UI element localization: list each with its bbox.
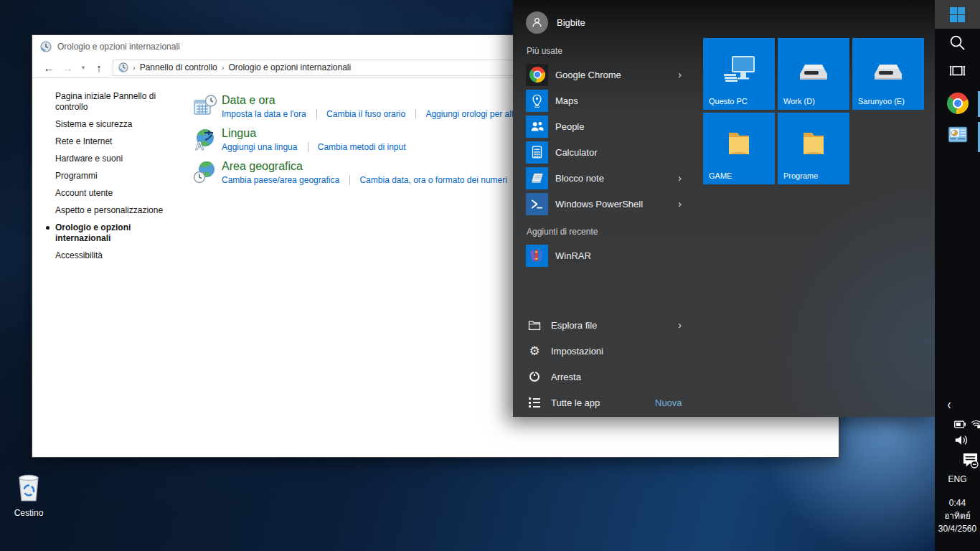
submenu-arrow-icon[interactable]: › xyxy=(678,172,682,184)
footer-label: Tutte le app xyxy=(551,397,600,408)
recycle-bin[interactable]: Cestino xyxy=(7,472,50,518)
tile-questo-pc[interactable]: Questo PC xyxy=(703,38,775,110)
winrar-icon xyxy=(526,245,548,267)
breadcrumb-separator-icon: › xyxy=(222,63,225,72)
user-avatar xyxy=(526,11,548,34)
taskbar-chrome-button[interactable] xyxy=(935,93,980,114)
clock-time: 0:44 xyxy=(935,496,980,509)
sidebar-item-label: Orologio e opzioni internazionali xyxy=(55,222,131,243)
calculator-icon xyxy=(526,141,548,164)
category-title-region[interactable]: Area geografica xyxy=(222,160,507,173)
start-item-shutdown[interactable]: Arresta xyxy=(527,364,682,390)
start-item-file-explorer[interactable]: Esplora file › xyxy=(527,312,682,338)
sidebar-item-hardware-sound[interactable]: Hardware e suoni xyxy=(55,154,183,164)
date-time-icon xyxy=(193,94,217,118)
tile-game[interactable]: GAME xyxy=(703,113,775,184)
battery-icon[interactable] xyxy=(954,420,966,428)
sidebar-item-home[interactable]: Pagina iniziale Pannello di controllo xyxy=(55,91,183,113)
back-button[interactable]: ← xyxy=(39,62,58,73)
windows-logo-icon xyxy=(950,7,965,22)
link-change-timezone[interactable]: Cambia il fuso orario xyxy=(316,109,405,119)
maps-icon xyxy=(526,90,548,112)
start-tiles-grid: Questo PC Work (D) Sarunyoo (E) xyxy=(703,38,924,184)
sidebar-item-system-security[interactable]: Sistema e sicurezza xyxy=(55,119,183,130)
language-icon: A xyxy=(193,127,217,151)
volume-icon xyxy=(954,434,969,446)
footer-label: Impostazioni xyxy=(551,346,603,357)
up-button[interactable]: ↑ xyxy=(90,62,108,73)
start-button[interactable] xyxy=(935,0,980,29)
start-menu: Bigbite Più usate Google Chrome › Maps P… xyxy=(513,0,935,417)
tile-programe[interactable]: Programe xyxy=(778,113,849,184)
taskbar-control-panel-button[interactable] xyxy=(935,126,980,143)
clock-date: 30/4/2560 xyxy=(935,522,980,535)
forward-button[interactable]: → xyxy=(58,62,77,73)
category-title-date-time[interactable]: Data e ora xyxy=(222,94,554,107)
app-label: People xyxy=(555,121,584,132)
link-add-language[interactable]: Aggiungi una lingua xyxy=(222,142,297,152)
drive-icon xyxy=(873,62,903,81)
folder-icon xyxy=(800,130,827,157)
link-change-country[interactable]: Cambia paese/area geografica xyxy=(222,175,339,185)
tile-label: Sarunyoo (E) xyxy=(858,97,905,105)
start-app-google-chrome[interactable]: Google Chrome › xyxy=(526,62,682,88)
active-item-bullet xyxy=(46,226,50,230)
search-icon xyxy=(948,34,966,52)
svg-text:A: A xyxy=(195,139,204,151)
taskbar-task-view-button[interactable] xyxy=(935,63,980,79)
submenu-arrow-icon[interactable]: › xyxy=(678,319,682,331)
breadcrumb-root-icon xyxy=(118,62,128,72)
sidebar-item-accessibility[interactable]: Accessibilità xyxy=(55,250,183,261)
user-account-button[interactable]: Bigbite xyxy=(526,11,585,34)
breadcrumb-separator-icon: › xyxy=(133,63,136,72)
sidebar-item-user-accounts[interactable]: Account utente xyxy=(55,188,183,199)
footer-label: Arresta xyxy=(551,372,581,382)
start-app-maps[interactable]: Maps xyxy=(526,88,682,113)
link-set-date-time[interactable]: Imposta la data e l'ora xyxy=(222,109,306,119)
history-dropdown-icon[interactable]: ▾ xyxy=(77,65,90,71)
submenu-arrow-icon[interactable]: › xyxy=(678,69,682,80)
recently-added-header: Aggiunti di recente xyxy=(527,227,598,237)
taskbar: ‹ ENG 0:44 อาทิตย์ 30/ xyxy=(935,0,980,551)
footer-label: Esplora file xyxy=(551,320,597,331)
tray-action-center[interactable] xyxy=(962,452,979,468)
this-pc-icon xyxy=(722,55,755,85)
taskbar-clock[interactable]: 0:44 อาทิตย์ 30/4/2560 xyxy=(935,496,980,535)
tile-sarunyoo-e[interactable]: Sarunyoo (E) xyxy=(852,38,924,110)
recycle-bin-icon xyxy=(15,472,42,504)
sidebar-item-network-internet[interactable]: Rete e Internet xyxy=(55,136,183,147)
start-app-powershell[interactable]: Windows PowerShell › xyxy=(526,191,682,217)
start-app-people[interactable]: People xyxy=(526,113,682,139)
tile-label: Work (D) xyxy=(783,97,815,105)
chrome-icon xyxy=(526,64,548,86)
app-label: Maps xyxy=(555,95,578,106)
file-explorer-icon xyxy=(527,318,542,332)
app-label: Blocco note xyxy=(555,173,604,184)
task-view-icon xyxy=(948,63,966,79)
link-change-input-methods[interactable]: Cambia metodi di input xyxy=(308,142,406,152)
tray-volume[interactable] xyxy=(954,434,969,446)
breadcrumb-clock-options[interactable]: Orologio e opzioni internazionali xyxy=(228,62,351,72)
app-label: WinRAR xyxy=(555,250,591,261)
breadcrumb-control-panel[interactable]: Pannello di controllo xyxy=(140,62,217,72)
start-item-all-apps[interactable]: Tutte le app Nuova xyxy=(527,390,682,415)
start-item-settings[interactable]: ⚙ Impostazioni xyxy=(527,338,682,364)
clock-weekday: อาทิตย์ xyxy=(935,509,980,522)
sidebar-item-appearance[interactable]: Aspetto e personalizzazione xyxy=(55,205,183,216)
tray-expand-chevron-icon[interactable]: ‹ xyxy=(941,395,958,411)
sidebar-item-programs[interactable]: Programmi xyxy=(55,171,183,182)
notepad-icon xyxy=(526,167,548,189)
category-title-language[interactable]: Lingua xyxy=(222,127,406,140)
link-change-formats[interactable]: Cambia data, ora o formato dei numeri xyxy=(349,175,507,185)
start-app-notepad[interactable]: Blocco note › xyxy=(526,165,682,191)
sidebar-item-clock-region-active[interactable]: Orologio e opzioni internazionali xyxy=(55,222,183,244)
language-indicator[interactable]: ENG xyxy=(935,474,980,484)
wifi-icon[interactable] xyxy=(971,420,980,428)
submenu-arrow-icon[interactable]: › xyxy=(678,198,682,209)
start-app-calculator[interactable]: Calculator xyxy=(526,139,682,165)
all-apps-list-icon xyxy=(527,395,542,410)
taskbar-search-button[interactable] xyxy=(935,34,980,52)
tile-work-d[interactable]: Work (D) xyxy=(778,38,849,110)
start-app-winrar[interactable]: WinRAR xyxy=(526,242,682,268)
all-apps-new-badge: Nuova xyxy=(655,397,682,408)
